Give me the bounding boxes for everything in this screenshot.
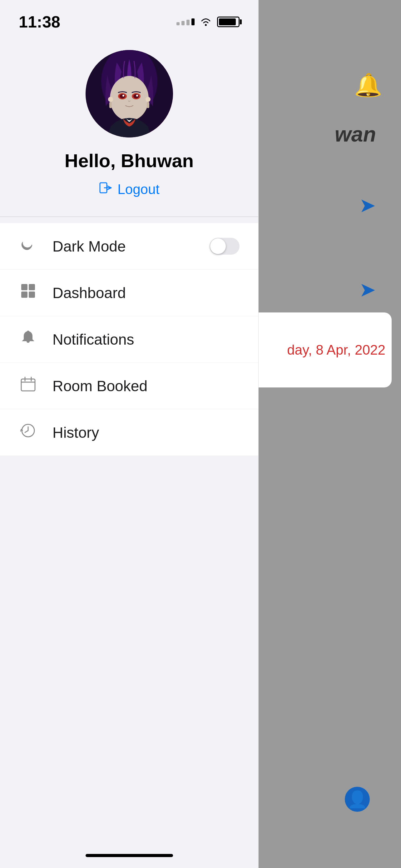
room-booked-label: Room Booked [53,377,239,395]
menu-item-history[interactable]: History [0,409,258,456]
svg-rect-20 [29,291,35,298]
toggle-knob [210,239,226,254]
home-indicator [0,843,258,868]
calendar-icon [19,376,37,396]
svg-rect-17 [21,284,28,290]
svg-point-7 [120,94,125,98]
bg-bottom-avatar: 👤 [345,787,370,812]
dark-mode-toggle[interactable] [209,238,239,255]
svg-rect-22 [21,379,35,391]
svg-point-9 [123,95,124,97]
status-time: 11:38 [19,12,60,31]
bg-title-text: wan [335,122,376,146]
svg-point-12 [145,97,151,102]
wifi-icon [200,15,212,29]
svg-rect-13 [109,102,112,108]
logout-button[interactable]: Logout [99,181,160,198]
signal-icon [176,19,195,25]
bg-arrow-2: ➤ [359,278,376,301]
notifications-label: Notifications [53,331,239,348]
bg-arrow-1: ➤ [359,194,376,217]
svg-rect-18 [29,284,35,290]
menu-item-notifications[interactable]: Notifications [0,316,258,363]
svg-point-10 [136,95,138,97]
history-label: History [53,424,239,441]
status-bar: 11:38 [0,0,258,37]
home-bar [86,854,173,857]
svg-point-8 [133,94,139,98]
svg-point-11 [108,97,113,102]
bg-card-date-text: day, 8 Apr, 2022 [287,342,386,358]
bg-person-icon: 👤 [347,790,368,809]
svg-rect-19 [21,291,28,298]
moon-icon [19,236,37,256]
menu-list: Dark Mode Dashboard [0,217,258,843]
dark-mode-label: Dark Mode [53,238,195,255]
battery-icon [217,17,239,27]
svg-point-0 [205,24,207,26]
svg-point-3 [110,76,149,121]
menu-item-room-booked[interactable]: Room Booked [0,363,258,409]
avatar [86,50,173,137]
history-icon [19,423,37,442]
logout-label: Logout [118,182,160,197]
dashboard-label: Dashboard [53,284,239,302]
grid-icon [19,283,37,303]
bell-icon [19,329,37,349]
svg-rect-21 [27,331,29,333]
greeting-text: Hello, Bhuwan [65,150,194,172]
logout-icon [99,181,112,198]
menu-item-dashboard[interactable]: Dashboard [0,270,258,316]
profile-section: Hello, Bhuwan Logout [0,37,258,217]
bg-card: day, 8 Apr, 2022 [242,312,392,388]
side-drawer: 11:38 [0,0,259,868]
status-icons [176,15,239,29]
bg-bell-icon: 🔔 [354,72,382,98]
menu-item-dark-mode[interactable]: Dark Mode [0,223,258,270]
svg-rect-14 [147,102,149,108]
